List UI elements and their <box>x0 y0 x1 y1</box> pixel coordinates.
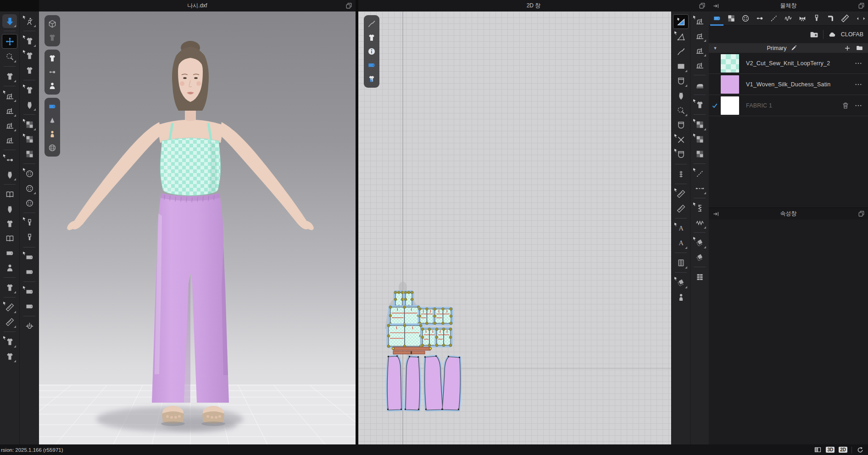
tabs-scroll-right-icon[interactable] <box>861 12 867 25</box>
split-view-icon[interactable] <box>813 446 822 454</box>
fuse-tool-tool[interactable] <box>692 78 707 92</box>
quilting-tool-tool[interactable] <box>692 270 707 284</box>
edit-zipper-tool[interactable] <box>22 230 37 244</box>
fasten-button-tool[interactable] <box>22 196 37 210</box>
fold-arrangement-tool[interactable] <box>2 187 17 201</box>
text-select-tool[interactable] <box>673 221 688 235</box>
clofab-label[interactable]: CLOFAB <box>841 31 863 38</box>
pattern-to-3d-tool[interactable] <box>2 281 17 294</box>
add-folder-icon[interactable] <box>809 29 819 39</box>
2d-pattern-canvas[interactable] <box>358 11 671 444</box>
select-move-garment-tool[interactable] <box>2 69 17 83</box>
edit-curvature-tool[interactable] <box>673 30 688 44</box>
show-2d-pattern-tool[interactable] <box>365 32 378 44</box>
tab-topstitch[interactable] <box>781 12 795 25</box>
edit-curve-2d-tool[interactable] <box>365 18 378 30</box>
show-environment-tool[interactable] <box>46 142 59 154</box>
fabric-strip-tool[interactable] <box>22 250 37 264</box>
show-3d-pins-tool[interactable] <box>46 66 59 78</box>
free-sewing-tool[interactable] <box>2 104 17 118</box>
buttonhole-tool-tool[interactable] <box>22 181 37 195</box>
trace-pattern-tool[interactable] <box>673 147 688 161</box>
pin-tool-tool[interactable] <box>2 153 17 167</box>
edit-strip-tool[interactable] <box>22 265 37 279</box>
view-2d-button[interactable]: 2D <box>839 447 847 453</box>
tab-binding[interactable] <box>823 12 838 25</box>
flatten-piece-tool[interactable] <box>22 63 37 77</box>
tab-button[interactable] <box>738 12 752 25</box>
segment-sewing-tool[interactable] <box>2 89 17 103</box>
wrap-drape-tool[interactable] <box>2 246 17 260</box>
seam-ruler-tool[interactable] <box>673 187 688 201</box>
curve-sewing-2d-tool[interactable] <box>692 44 707 57</box>
fabric-menu-icon[interactable] <box>854 101 862 110</box>
garment-measure-tool[interactable] <box>2 335 17 348</box>
show-mannequin-tool[interactable] <box>46 128 59 140</box>
swap-sewing-tool[interactable] <box>2 133 17 147</box>
cross-dart-tool[interactable] <box>673 133 688 146</box>
select-move-tool[interactable] <box>2 34 17 49</box>
patch-tool-tool[interactable] <box>692 236 707 249</box>
2d-window-float-icon[interactable] <box>698 2 706 10</box>
pocket-pattern-tool[interactable] <box>673 118 688 132</box>
simulate-tool[interactable] <box>2 14 17 28</box>
panel-dock-icon[interactable] <box>712 2 720 10</box>
garment-tape-tool[interactable] <box>2 349 17 363</box>
stylize-garment-tool[interactable] <box>22 83 37 97</box>
top-pattern-pieces[interactable] <box>387 291 452 347</box>
text-tool-tool[interactable] <box>673 236 688 250</box>
detail-sewing-2d-tool[interactable] <box>692 58 707 72</box>
pants-pattern-pieces[interactable] <box>387 355 460 410</box>
2d-window-titlebar[interactable]: 2D 창 <box>358 0 709 11</box>
tab-ruler[interactable] <box>838 12 852 25</box>
fabric-row[interactable]: V1_Woven_Silk_Duchess_Satin <box>709 74 868 95</box>
show-3d-light-tool[interactable] <box>46 114 59 126</box>
flatten-2d-tool[interactable] <box>692 98 707 112</box>
dart-box-tool[interactable] <box>673 103 688 117</box>
texture-garment-2d-tool[interactable] <box>692 132 707 146</box>
clone-garment-tool[interactable] <box>2 217 17 230</box>
tape-2d-tool[interactable] <box>673 202 688 215</box>
rectangle-pattern-tool[interactable] <box>673 59 688 73</box>
pattern-on-body-tool[interactable] <box>673 290 688 304</box>
new-folder-icon[interactable] <box>855 44 863 52</box>
baseline-2d-tool[interactable] <box>692 167 707 180</box>
property-window-titlebar[interactable]: 속성창 <box>709 208 868 219</box>
binding-tool-tool[interactable] <box>22 285 37 298</box>
garment-pants[interactable] <box>152 193 229 403</box>
fit-to-avatar-tool[interactable] <box>2 261 17 275</box>
texture-piece-2d-tool[interactable] <box>692 147 707 161</box>
pleats-tool-tool[interactable] <box>673 256 688 270</box>
fabric-row[interactable]: V2_Cut_Sew_Knit_LoopTerry_2 <box>709 53 868 74</box>
texture-edit-tool[interactable] <box>22 147 37 161</box>
seamline-2d-tool[interactable] <box>692 181 707 195</box>
fabric-menu-icon[interactable] <box>854 59 862 67</box>
edit-curve-point-tool[interactable] <box>673 45 688 58</box>
edit-pattern-tool[interactable] <box>673 14 689 29</box>
show-3d-garment-tool[interactable] <box>46 52 59 64</box>
arrange-jacket-tool[interactable] <box>2 202 17 216</box>
property-dock-icon[interactable] <box>712 210 720 218</box>
fabric-menu-icon[interactable] <box>854 80 862 89</box>
button-tool-tool[interactable] <box>22 167 37 180</box>
show-3d-gizmo-tool[interactable] <box>46 18 59 30</box>
tab-tack[interactable] <box>752 12 767 25</box>
show-fabric-texture-tool[interactable] <box>46 101 59 112</box>
3d-window-titlebar[interactable]: 나시.dxf <box>39 0 356 11</box>
flatten-garment-tool[interactable] <box>22 34 37 48</box>
show-2d-fabric-tool[interactable] <box>365 59 378 71</box>
texture-transform-tool[interactable] <box>22 118 37 131</box>
notch-tool-tool[interactable] <box>673 167 688 181</box>
lock-pattern-tool[interactable] <box>365 73 378 85</box>
show-avatar-tool[interactable] <box>46 80 59 92</box>
add-fabric-icon[interactable] <box>843 44 851 52</box>
tabs-scroll-left-icon[interactable] <box>854 12 861 25</box>
free-sewing-2d-tool[interactable] <box>692 29 707 43</box>
clip-tool-tool[interactable] <box>22 319 37 333</box>
strap-pattern-bars[interactable] <box>392 347 431 354</box>
flip-garment-tool[interactable] <box>2 231 17 245</box>
3d-viewport[interactable] <box>39 11 356 444</box>
object-window-float-icon[interactable] <box>857 2 865 10</box>
grading-tool-tool[interactable] <box>673 275 688 289</box>
clofab-cloud-icon[interactable] <box>827 29 837 39</box>
